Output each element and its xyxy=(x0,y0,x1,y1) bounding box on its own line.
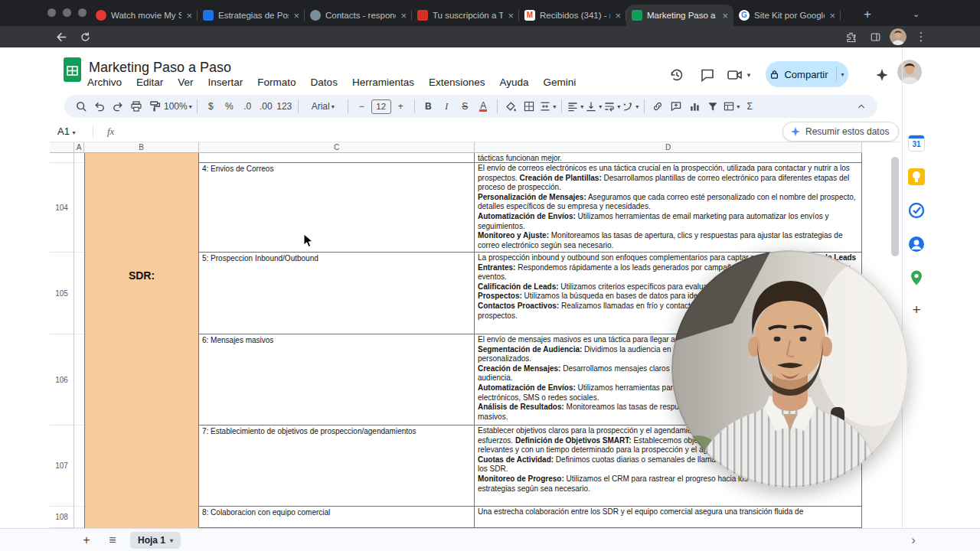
column-header-b[interactable]: B xyxy=(84,142,199,153)
tab-search-chevron-icon[interactable]: ⌄ xyxy=(913,9,920,19)
cell-d-partial[interactable]: tácticas funcionan mejor. xyxy=(475,153,862,163)
insert-link-button[interactable] xyxy=(649,97,667,116)
back-icon[interactable] xyxy=(52,28,69,45)
font-size-decrease-button[interactable]: − xyxy=(353,97,371,116)
cell-c-106[interactable]: 6: Mensajes masivos xyxy=(199,334,475,425)
italic-button[interactable]: I xyxy=(438,97,456,116)
version-history-icon[interactable] xyxy=(668,66,686,84)
document-title[interactable]: Marketing Paso a Paso xyxy=(89,60,231,76)
menu-formato[interactable]: Formato xyxy=(257,77,296,88)
browser-profile-avatar[interactable] xyxy=(890,28,906,45)
horizontal-align-button[interactable]: ▾ xyxy=(567,97,584,116)
font-family-button[interactable]: Arial▾ xyxy=(303,97,343,116)
vertical-align-button[interactable]: ▾ xyxy=(585,97,603,116)
row-header-partial[interactable] xyxy=(50,153,74,163)
row-header-105[interactable]: 105 xyxy=(50,253,74,334)
menu-ver[interactable]: Ver xyxy=(178,77,193,88)
extensions-puzzle-icon[interactable] xyxy=(842,28,859,45)
cell-c-105[interactable]: 5: Prospeccion Inbound/Outbound xyxy=(199,253,475,334)
insert-chart-button[interactable] xyxy=(686,97,704,116)
number-format-button[interactable]: 123 xyxy=(276,97,293,116)
name-box[interactable]: A1 ▾ xyxy=(57,126,93,137)
account-avatar[interactable] xyxy=(897,60,922,84)
close-window-button[interactable] xyxy=(47,8,56,17)
menu-gemini[interactable]: Gemini xyxy=(544,77,577,88)
new-tab-button[interactable]: + xyxy=(864,7,871,22)
share-chevron-icon[interactable]: ▾ xyxy=(841,71,844,78)
comment-history-icon[interactable] xyxy=(698,66,717,84)
side-panel-icon[interactable] xyxy=(867,28,884,45)
fill-color-button[interactable] xyxy=(502,97,520,116)
bold-button[interactable]: B xyxy=(420,97,437,116)
add-sheet-icon[interactable]: + xyxy=(80,533,93,547)
meet-camera-icon[interactable] xyxy=(726,66,744,84)
spark-icon[interactable] xyxy=(873,66,891,84)
tab-close-icon[interactable]: × xyxy=(615,11,621,21)
row-header-104[interactable]: 104 xyxy=(50,163,74,253)
browser-menu-icon[interactable]: ⋮ xyxy=(913,28,929,45)
tab-close-icon[interactable]: × xyxy=(829,11,835,21)
browser-tab[interactable]: MRecibidos (341) - r× xyxy=(519,5,626,26)
calendar-panel-icon[interactable]: 31 xyxy=(908,135,925,152)
paint-format-button[interactable] xyxy=(145,97,163,116)
font-size-button[interactable]: 12 xyxy=(371,99,391,114)
menu-archivo[interactable]: Archivo xyxy=(87,77,122,88)
share-button[interactable]: Compartir ▾ xyxy=(766,61,848,87)
menu-ayuda[interactable]: Ayuda xyxy=(499,77,528,88)
menu-editar[interactable]: Editar xyxy=(136,77,163,88)
create-filter-button[interactable] xyxy=(704,97,722,116)
insert-comment-button[interactable] xyxy=(668,97,685,116)
increase-decimals-button[interactable]: .00 xyxy=(257,97,275,116)
browser-tab[interactable]: Contacts - respond× xyxy=(305,5,412,26)
contacts-panel-icon[interactable] xyxy=(908,236,925,253)
cell-c-107[interactable]: 7: Establecimiento de objetivos de prosp… xyxy=(199,425,475,507)
get-addons-panel-icon[interactable]: + xyxy=(908,302,925,318)
column-header-a[interactable]: A xyxy=(74,142,84,153)
font-size-increase-button[interactable]: + xyxy=(392,97,410,116)
menu-insertar[interactable]: Insertar xyxy=(208,77,243,88)
browser-tab[interactable]: Estrategias de Pos× xyxy=(198,5,305,26)
zoom-window-button[interactable] xyxy=(78,8,87,17)
merge-cells-button[interactable]: ▾ xyxy=(539,97,557,116)
browser-tab[interactable]: Tu suscripción a T× xyxy=(412,5,519,26)
text-color-button[interactable]: A xyxy=(475,97,492,116)
row-header-106[interactable]: 106 xyxy=(50,334,74,425)
menu-herramientas[interactable]: Herramientas xyxy=(352,77,414,88)
browser-tab-active[interactable]: Marketing Paso a P× xyxy=(626,5,733,26)
strikethrough-button[interactable]: S xyxy=(456,97,474,116)
panel-expand-icon[interactable]: › xyxy=(906,533,920,547)
vertical-scrollbar[interactable] xyxy=(891,157,899,256)
row-header-108[interactable]: 108 xyxy=(50,507,74,528)
minimize-window-button[interactable] xyxy=(63,8,71,17)
reload-icon[interactable] xyxy=(77,28,93,45)
tab-close-icon[interactable]: × xyxy=(722,11,728,21)
keep-panel-icon[interactable] xyxy=(908,168,925,185)
browser-tab[interactable]: GSite Kit por Google× xyxy=(733,5,841,26)
search-menus-button[interactable] xyxy=(72,97,90,116)
select-all-corner[interactable] xyxy=(50,142,74,153)
cell-c-104[interactable]: 4: Envios de Correos xyxy=(199,163,475,253)
sheets-logo-icon[interactable] xyxy=(63,57,82,86)
menu-datos[interactable]: Datos xyxy=(311,77,338,88)
format-currency-button[interactable]: $ xyxy=(202,97,220,116)
browser-tab[interactable]: Watch movie My S× xyxy=(90,5,198,26)
print-button[interactable] xyxy=(127,97,145,116)
tab-close-icon[interactable]: × xyxy=(293,11,299,21)
format-percent-button[interactable]: % xyxy=(220,97,238,116)
table-views-button[interactable]: ▾ xyxy=(723,97,740,116)
undo-button[interactable] xyxy=(90,97,108,116)
cell-a-108[interactable] xyxy=(74,507,84,528)
column-header-c[interactable]: C xyxy=(199,142,475,153)
cell-a-105[interactable] xyxy=(74,253,84,334)
text-rotation-button[interactable]: ▾ xyxy=(622,97,639,116)
cell-c-108[interactable]: 8: Colaboracion con equipo comercial xyxy=(199,507,475,528)
row-header-107[interactable]: 107 xyxy=(50,425,74,507)
cell-a-partial[interactable] xyxy=(74,153,84,163)
cell-a-107[interactable] xyxy=(74,425,84,507)
functions-button[interactable]: Σ xyxy=(741,97,759,116)
menu-extensiones[interactable]: Extensiones xyxy=(429,77,485,88)
cell-c-partial[interactable] xyxy=(199,153,475,163)
decrease-decimals-button[interactable]: .0 xyxy=(239,97,256,116)
cell-d-108[interactable]: Una estrecha colaboración entre los SDR … xyxy=(475,507,862,528)
toolbar-collapse-icon[interactable] xyxy=(852,97,870,116)
